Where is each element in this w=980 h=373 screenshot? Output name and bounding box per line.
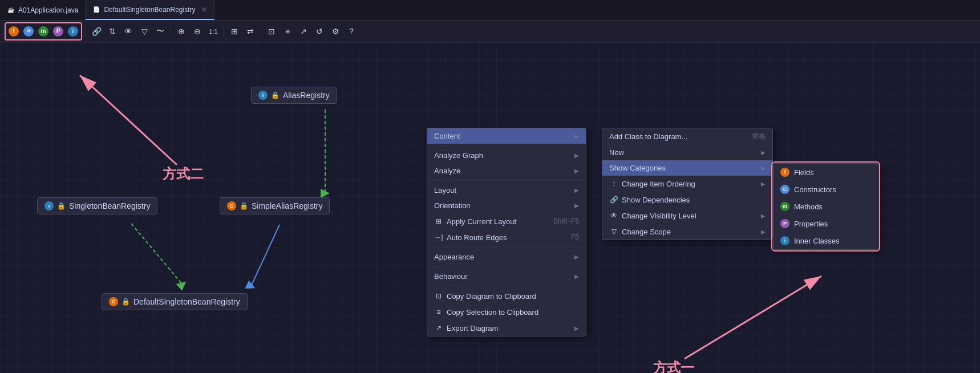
java-icon: ☕	[7, 6, 15, 14]
svg-line-4	[131, 224, 183, 285]
tab-a01[interactable]: ☕ A01Application.java	[0, 0, 86, 20]
eye-btn[interactable]: 👁	[122, 25, 135, 38]
sub-inner-classes-label: Inner Classes	[794, 237, 839, 245]
minus-btn[interactable]: ⊖	[191, 25, 204, 38]
methods-icon: m	[780, 202, 789, 211]
ctx1-copy-selection[interactable]: ≡ Copy Selection to Clipboard	[427, 304, 586, 320]
sep3	[224, 26, 224, 37]
route-icon: →|	[434, 233, 443, 242]
sub-properties-label: Properties	[794, 220, 828, 228]
export-btn[interactable]: ↗	[297, 25, 310, 38]
svg-line-5	[251, 225, 280, 286]
ctx2-show-categories[interactable]: Show Categories ▶	[602, 160, 772, 176]
ctx1-layout[interactable]: Layout ▶	[427, 183, 586, 198]
export-icon: ↗	[434, 323, 443, 333]
ctx1-behaviour[interactable]: Behaviour ▶	[427, 269, 586, 284]
deps-icon: 🔗	[609, 195, 618, 204]
sep4	[261, 26, 261, 37]
node-simple-label: SimpleAliasRegistry	[252, 201, 322, 210]
node-default[interactable]: C 🔒 DefaultSingletonBeanRegistry	[102, 293, 248, 310]
node-default-label: DefaultSingletonBeanRegistry	[133, 297, 240, 306]
sort-btn[interactable]: ⇅	[106, 25, 119, 38]
wave-btn[interactable]: 〜	[153, 25, 167, 38]
constructors-icon: C	[780, 185, 789, 194]
show-categories-submenu: f Fields C Constructors m Methods P Prop…	[773, 163, 878, 250]
sub-methods-label: Methods	[794, 202, 823, 211]
node-alias-icon: i	[258, 91, 268, 100]
ctx1-sep4	[427, 266, 586, 267]
sub-methods[interactable]: m Methods	[774, 198, 878, 215]
sort2-btn[interactable]: ⇄	[244, 25, 257, 38]
category-icons-group: f ⟳ m P i	[5, 22, 82, 40]
tab-default[interactable]: 📄 DefaultSingletonBeanRegistry ✕	[86, 0, 214, 20]
ctx2-add-class[interactable]: Add Class to Diagram... 空格	[602, 128, 772, 145]
help-btn[interactable]: ?	[345, 25, 358, 38]
node-alias-lock: 🔒	[271, 91, 280, 99]
ctx1-sep2	[427, 180, 586, 181]
toolbar: f ⟳ m P i 🔗 ⇅ 👁 ▽ 〜 ⊕ ⊖ 1:1 ⊞ ⇄ ⊡ ≡ ↗ ↺ …	[0, 21, 980, 42]
oneto1-btn[interactable]: 1:1	[206, 25, 220, 38]
node-alias-registry[interactable]: i 🔒 AliasRegistry	[251, 87, 337, 104]
ctx1-apply-layout[interactable]: ⊞ Apply Current Layout Shift+F5	[427, 213, 586, 229]
settings-btn[interactable]: ⚙	[329, 25, 342, 38]
ctx1-export[interactable]: ↗ Export Diagram ▶	[427, 320, 586, 336]
i-toolbar-btn[interactable]: i	[66, 25, 80, 38]
properties-icon: P	[780, 219, 789, 228]
ctx1-auto-route[interactable]: →| Auto Route Edges F5	[427, 229, 586, 245]
svg-line-8	[685, 276, 821, 359]
ctx1-content[interactable]: Content ▶	[427, 128, 586, 144]
ctx2-scope[interactable]: ▽ Change Scope ▶	[602, 224, 772, 240]
node-singleton[interactable]: i 🔒 SingletonBeanRegistry	[37, 197, 157, 214]
ctx1-orientation[interactable]: Orientation ▶	[427, 198, 586, 213]
filter-btn[interactable]: ▽	[137, 25, 151, 38]
grid-btn[interactable]: ⊞	[228, 25, 241, 38]
copy-btn[interactable]: ⊡	[265, 25, 278, 38]
f-toolbar-btn[interactable]: f	[7, 25, 21, 38]
link-btn[interactable]: 🔗	[90, 25, 103, 38]
ctx2-visibility[interactable]: 👁 Change Visibility Level ▶	[602, 208, 772, 224]
grid-icon: ⊞	[434, 217, 443, 226]
tab-close-button[interactable]: ✕	[201, 6, 207, 14]
p-toolbar-btn[interactable]: P	[51, 25, 65, 38]
node-default-lock: 🔒	[122, 298, 130, 306]
sub-constructors-label: Constructors	[794, 185, 836, 194]
ctx1-analyze[interactable]: Analyze ▶	[427, 163, 586, 179]
file-icon: 📄	[92, 6, 100, 14]
refresh-btn[interactable]: ↺	[313, 25, 326, 38]
copy-sel-icon: ≡	[434, 307, 443, 317]
ctx1-copy-diagram[interactable]: ⊡ Copy Diagram to Clipboard	[427, 288, 586, 304]
f-icon: f	[9, 26, 19, 37]
diagram-area[interactable]: i 🔒 AliasRegistry C 🔒 SimpleAliasRegistr…	[0, 42, 980, 373]
annotation-fangshi1: 方式一	[653, 359, 694, 373]
ctx1-sep3	[427, 247, 586, 248]
ctx1-appearance[interactable]: Appearance ▶	[427, 249, 586, 265]
fields-icon: f	[780, 168, 789, 177]
ctx2-change-ordering[interactable]: ↕ Change Item Ordering ▶	[602, 176, 772, 192]
node-singleton-icon: i	[44, 201, 54, 210]
tab-default-label: DefaultSingletonBeanRegistry	[104, 6, 195, 14]
ctx1-analyze-graph[interactable]: Analyze Graph ▶	[427, 148, 586, 163]
sub-constructors[interactable]: C Constructors	[774, 181, 878, 198]
r-toolbar-btn[interactable]: ⟳	[22, 25, 35, 38]
r-icon: ⟳	[23, 26, 34, 37]
ctx2-show-deps[interactable]: 🔗 Show Dependencies	[602, 192, 772, 208]
ctx1-sep5	[427, 286, 586, 286]
plus-btn[interactable]: ⊕	[175, 25, 188, 38]
inner-classes-icon: i	[780, 236, 789, 245]
ctx2-new[interactable]: New ▶	[602, 145, 772, 160]
ctx1-sep1	[427, 145, 586, 146]
node-simple-icon: C	[227, 201, 236, 210]
tab-a01-label: A01Application.java	[18, 6, 78, 14]
m-toolbar-btn[interactable]: m	[37, 25, 50, 38]
ordering-icon: ↕	[609, 179, 618, 188]
node-simple-alias[interactable]: C 🔒 SimpleAliasRegistry	[220, 197, 330, 214]
node-alias-label: AliasRegistry	[283, 91, 330, 100]
node-singleton-lock: 🔒	[57, 202, 66, 210]
p-icon: P	[53, 26, 63, 37]
sep2	[171, 26, 171, 37]
sub-fields[interactable]: f Fields	[774, 164, 878, 181]
sub-inner-classes[interactable]: i Inner Classes	[774, 232, 878, 249]
sub-properties[interactable]: P Properties	[774, 215, 878, 232]
svg-line-7	[80, 75, 177, 165]
align-btn[interactable]: ≡	[281, 25, 294, 38]
